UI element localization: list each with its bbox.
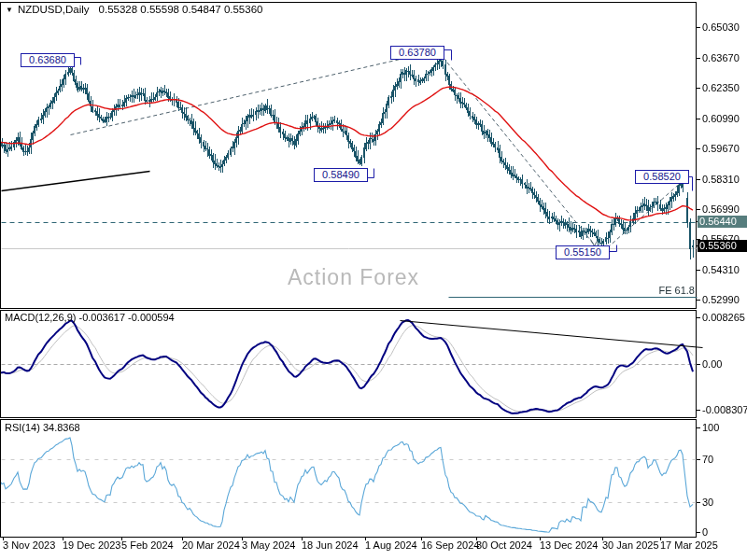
price-axis-label: 0.54310 bbox=[702, 264, 740, 275]
price-axis-label: 0.58310 bbox=[702, 174, 740, 185]
price-callout[interactable]: 0.63680 bbox=[21, 53, 75, 67]
price-callout[interactable]: 0.58490 bbox=[314, 168, 368, 182]
chart-window: ▼NZDUSD,Daily0.55328 0.55598 0.54847 0.5… bbox=[0, 0, 747, 560]
price-axis-label: 0.60990 bbox=[702, 113, 740, 124]
symbol-period-label: NZDUSD,Daily bbox=[18, 4, 90, 15]
date-label: 16 Sep 2024 bbox=[421, 539, 479, 551]
macd-axis-label: 0.008265 bbox=[702, 312, 745, 323]
price-callout[interactable]: 0.55150 bbox=[556, 245, 610, 259]
macd-indicator-label: MACD(12,26,9) -0.003617 -0.000594 bbox=[5, 312, 175, 323]
price-callout[interactable]: 0.58520 bbox=[635, 170, 689, 184]
price-axis-label: 0.62350 bbox=[702, 82, 740, 93]
price-axis-label: 0.52990 bbox=[702, 294, 740, 305]
date-label: 19 Dec 2023 bbox=[63, 539, 120, 551]
macd-axis-label: 0.00 bbox=[702, 358, 722, 370]
rsi-indicator-label: RSI(14) 34.8368 bbox=[5, 422, 80, 433]
rsi-axis-label: 70 bbox=[702, 454, 713, 465]
date-label: 30 Oct 2024 bbox=[476, 539, 532, 551]
price-badge: 0.56440 bbox=[698, 216, 747, 228]
date-label: 18 Jun 2024 bbox=[302, 539, 359, 551]
date-label: 17 Mar 2025 bbox=[660, 539, 718, 551]
watermark: Action Forex bbox=[288, 265, 419, 290]
ohlc-values: 0.55328 0.55598 0.54847 0.55360 bbox=[99, 4, 263, 15]
rsi-axis-label: 0 bbox=[702, 526, 708, 538]
date-label: 30 Jan 2025 bbox=[602, 539, 659, 551]
price-axis-label: 0.56990 bbox=[702, 203, 740, 215]
price-badge: 0.55360 bbox=[698, 240, 747, 252]
rsi-axis-label: 30 bbox=[702, 497, 713, 508]
chart-title: ▼NZDUSD,Daily0.55328 0.55598 0.54847 0.5… bbox=[6, 4, 262, 15]
macd-axis-label: -0.008307 bbox=[702, 404, 747, 415]
date-label: 5 Feb 2024 bbox=[121, 539, 174, 551]
date-label: 20 Mar 2024 bbox=[182, 539, 240, 551]
price-axis-label: 0.65030 bbox=[702, 21, 740, 33]
price-axis-label: 0.59670 bbox=[702, 143, 740, 154]
price-callout[interactable]: 0.63780 bbox=[390, 46, 444, 60]
date-label: 1 Aug 2024 bbox=[365, 539, 417, 551]
date-label: 13 Dec 2024 bbox=[540, 539, 598, 551]
rsi-axis-label: 100 bbox=[702, 422, 719, 433]
price-axis-label: 0.63670 bbox=[702, 52, 740, 63]
date-label: 3 Nov 2023 bbox=[3, 539, 55, 551]
fibonacci-expansion-label: FE 61.8 bbox=[616, 285, 695, 296]
collapse-triangle-icon[interactable]: ▼ bbox=[6, 6, 13, 14]
date-label: 3 May 2024 bbox=[242, 539, 295, 551]
